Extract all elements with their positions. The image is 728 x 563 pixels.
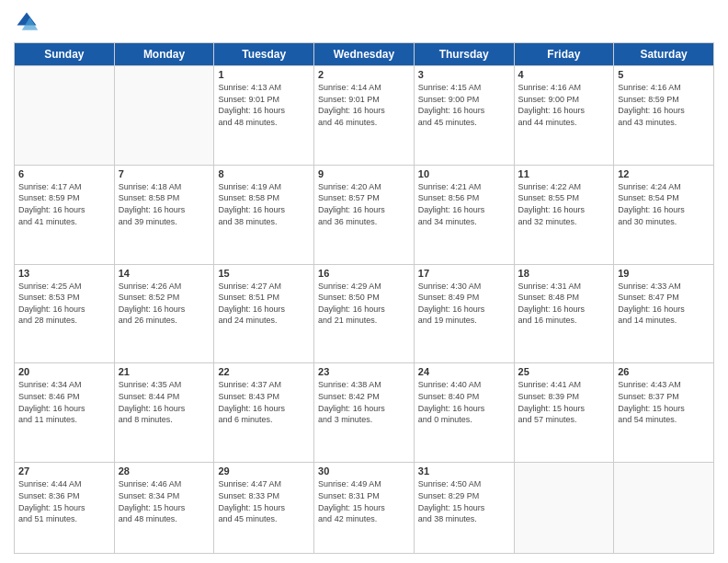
day-number: 11 (518, 168, 610, 179)
weekday-header: Wednesday (314, 43, 415, 66)
day-info: Sunrise: 4:41 AM Sunset: 8:39 PM Dayligh… (518, 379, 610, 425)
calendar-cell: 16Sunrise: 4:29 AM Sunset: 8:50 PM Dayli… (314, 264, 415, 363)
logo (14, 9, 43, 35)
day-number: 10 (418, 168, 510, 179)
day-info: Sunrise: 4:27 AM Sunset: 8:51 PM Dayligh… (218, 281, 310, 327)
calendar-cell: 2Sunrise: 4:14 AM Sunset: 9:01 PM Daylig… (314, 66, 415, 166)
calendar-cell: 9Sunrise: 4:20 AM Sunset: 8:57 PM Daylig… (314, 165, 415, 264)
calendar-cell: 22Sunrise: 4:37 AM Sunset: 8:43 PM Dayli… (214, 363, 314, 463)
day-number: 13 (18, 268, 110, 279)
day-number: 21 (119, 366, 210, 377)
calendar-cell: 19Sunrise: 4:33 AM Sunset: 8:47 PM Dayli… (614, 264, 714, 363)
calendar-cell: 8Sunrise: 4:19 AM Sunset: 8:58 PM Daylig… (214, 165, 314, 264)
day-info: Sunrise: 4:22 AM Sunset: 8:55 PM Dayligh… (518, 181, 610, 227)
day-number: 25 (518, 366, 610, 377)
day-info: Sunrise: 4:46 AM Sunset: 8:34 PM Dayligh… (119, 478, 210, 524)
day-number: 9 (318, 168, 410, 179)
day-number: 31 (418, 465, 510, 477)
day-number: 24 (418, 366, 510, 377)
day-info: Sunrise: 4:47 AM Sunset: 8:33 PM Dayligh… (218, 478, 310, 524)
day-info: Sunrise: 4:31 AM Sunset: 8:48 PM Dayligh… (518, 281, 610, 327)
day-number: 28 (119, 465, 210, 477)
day-number: 3 (418, 69, 510, 80)
calendar-table: SundayMondayTuesdayWednesdayThursdayFrid… (14, 42, 714, 554)
logo-icon (14, 9, 40, 35)
calendar-cell: 21Sunrise: 4:35 AM Sunset: 8:44 PM Dayli… (114, 363, 214, 463)
day-info: Sunrise: 4:13 AM Sunset: 9:01 PM Dayligh… (218, 82, 310, 128)
calendar-cell: 26Sunrise: 4:43 AM Sunset: 8:37 PM Dayli… (614, 363, 714, 463)
day-number: 29 (218, 465, 310, 477)
calendar-cell (15, 66, 115, 166)
calendar-cell: 29Sunrise: 4:47 AM Sunset: 8:33 PM Dayli… (214, 463, 314, 554)
day-info: Sunrise: 4:15 AM Sunset: 9:00 PM Dayligh… (418, 82, 510, 128)
day-info: Sunrise: 4:20 AM Sunset: 8:57 PM Dayligh… (318, 181, 410, 227)
day-info: Sunrise: 4:18 AM Sunset: 8:58 PM Dayligh… (119, 181, 210, 227)
calendar-cell: 27Sunrise: 4:44 AM Sunset: 8:36 PM Dayli… (15, 463, 115, 554)
calendar-cell: 20Sunrise: 4:34 AM Sunset: 8:46 PM Dayli… (15, 363, 115, 463)
day-number: 14 (119, 268, 210, 279)
day-number: 8 (218, 168, 310, 179)
day-info: Sunrise: 4:26 AM Sunset: 8:52 PM Dayligh… (119, 281, 210, 327)
day-number: 16 (318, 268, 410, 279)
weekday-header: Friday (514, 43, 614, 66)
weekday-header: Thursday (414, 43, 514, 66)
calendar-week-row: 20Sunrise: 4:34 AM Sunset: 8:46 PM Dayli… (15, 363, 714, 463)
day-number: 4 (518, 69, 610, 80)
calendar-week-row: 13Sunrise: 4:25 AM Sunset: 8:53 PM Dayli… (15, 264, 714, 363)
calendar-cell: 5Sunrise: 4:16 AM Sunset: 8:59 PM Daylig… (614, 66, 714, 166)
calendar-cell: 17Sunrise: 4:30 AM Sunset: 8:49 PM Dayli… (414, 264, 514, 363)
calendar-cell: 30Sunrise: 4:49 AM Sunset: 8:31 PM Dayli… (314, 463, 415, 554)
day-info: Sunrise: 4:17 AM Sunset: 8:59 PM Dayligh… (18, 181, 110, 227)
day-info: Sunrise: 4:21 AM Sunset: 8:56 PM Dayligh… (418, 181, 510, 227)
calendar-cell: 31Sunrise: 4:50 AM Sunset: 8:29 PM Dayli… (414, 463, 514, 554)
day-number: 1 (218, 69, 310, 80)
calendar-cell: 3Sunrise: 4:15 AM Sunset: 9:00 PM Daylig… (414, 66, 514, 166)
calendar-cell (614, 463, 714, 554)
day-info: Sunrise: 4:34 AM Sunset: 8:46 PM Dayligh… (18, 379, 110, 425)
day-number: 23 (318, 366, 410, 377)
weekday-header: Monday (114, 43, 214, 66)
day-info: Sunrise: 4:19 AM Sunset: 8:58 PM Dayligh… (218, 181, 310, 227)
day-number: 6 (18, 168, 110, 179)
day-info: Sunrise: 4:24 AM Sunset: 8:54 PM Dayligh… (618, 181, 710, 227)
calendar-week-row: 1Sunrise: 4:13 AM Sunset: 9:01 PM Daylig… (15, 66, 714, 166)
day-number: 15 (218, 268, 310, 279)
calendar-cell: 13Sunrise: 4:25 AM Sunset: 8:53 PM Dayli… (15, 264, 115, 363)
calendar-cell: 10Sunrise: 4:21 AM Sunset: 8:56 PM Dayli… (414, 165, 514, 264)
day-info: Sunrise: 4:14 AM Sunset: 9:01 PM Dayligh… (318, 82, 410, 128)
day-info: Sunrise: 4:29 AM Sunset: 8:50 PM Dayligh… (318, 281, 410, 327)
day-info: Sunrise: 4:40 AM Sunset: 8:40 PM Dayligh… (418, 379, 510, 425)
header-row: SundayMondayTuesdayWednesdayThursdayFrid… (15, 43, 714, 66)
day-number: 22 (218, 366, 310, 377)
day-info: Sunrise: 4:16 AM Sunset: 8:59 PM Dayligh… (618, 82, 710, 128)
day-info: Sunrise: 4:25 AM Sunset: 8:53 PM Dayligh… (18, 281, 110, 327)
weekday-header: Tuesday (214, 43, 314, 66)
calendar-cell: 18Sunrise: 4:31 AM Sunset: 8:48 PM Dayli… (514, 264, 614, 363)
day-number: 27 (18, 465, 110, 477)
day-number: 12 (618, 168, 710, 179)
day-info: Sunrise: 4:16 AM Sunset: 9:00 PM Dayligh… (518, 82, 610, 128)
day-info: Sunrise: 4:30 AM Sunset: 8:49 PM Dayligh… (418, 281, 510, 327)
calendar-cell: 7Sunrise: 4:18 AM Sunset: 8:58 PM Daylig… (114, 165, 214, 264)
calendar-week-row: 27Sunrise: 4:44 AM Sunset: 8:36 PM Dayli… (15, 463, 714, 554)
calendar-cell: 1Sunrise: 4:13 AM Sunset: 9:01 PM Daylig… (214, 66, 314, 166)
day-number: 7 (119, 168, 210, 179)
day-number: 30 (318, 465, 410, 477)
day-info: Sunrise: 4:44 AM Sunset: 8:36 PM Dayligh… (18, 478, 110, 524)
day-info: Sunrise: 4:38 AM Sunset: 8:42 PM Dayligh… (318, 379, 410, 425)
day-info: Sunrise: 4:35 AM Sunset: 8:44 PM Dayligh… (119, 379, 210, 425)
day-number: 18 (518, 268, 610, 279)
day-info: Sunrise: 4:49 AM Sunset: 8:31 PM Dayligh… (318, 478, 410, 524)
weekday-header: Saturday (614, 43, 714, 66)
calendar-cell: 11Sunrise: 4:22 AM Sunset: 8:55 PM Dayli… (514, 165, 614, 264)
calendar-cell: 6Sunrise: 4:17 AM Sunset: 8:59 PM Daylig… (15, 165, 115, 264)
calendar-cell: 25Sunrise: 4:41 AM Sunset: 8:39 PM Dayli… (514, 363, 614, 463)
header (14, 9, 714, 35)
calendar-cell: 23Sunrise: 4:38 AM Sunset: 8:42 PM Dayli… (314, 363, 415, 463)
day-number: 2 (318, 69, 410, 80)
calendar-cell: 12Sunrise: 4:24 AM Sunset: 8:54 PM Dayli… (614, 165, 714, 264)
calendar-cell (514, 463, 614, 554)
weekday-header: Sunday (15, 43, 115, 66)
day-info: Sunrise: 4:43 AM Sunset: 8:37 PM Dayligh… (618, 379, 710, 425)
day-number: 26 (618, 366, 710, 377)
